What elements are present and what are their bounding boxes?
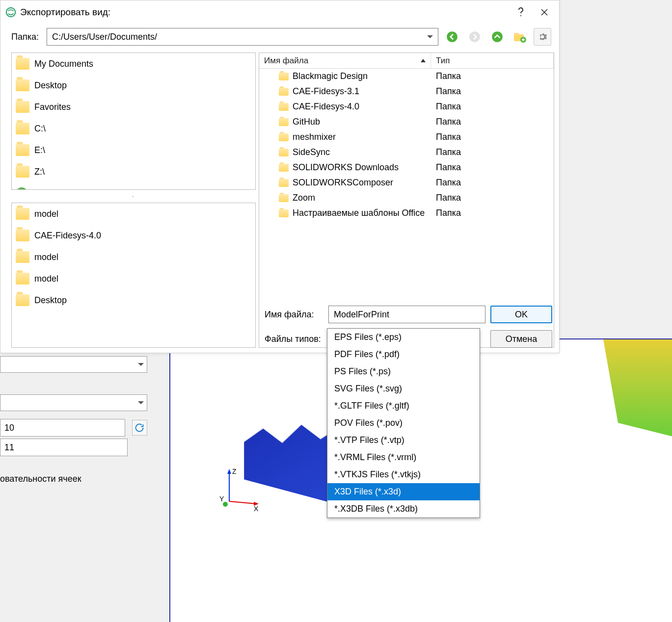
svg-text:X: X [254, 505, 259, 513]
recent-item-label: model [34, 252, 58, 262]
places-item[interactable]: E:\ [12, 139, 255, 161]
filetype-option[interactable]: *.VTKJS Files (*.vtkjs) [327, 466, 480, 483]
folder-path-input[interactable]: C:/Users/User/Documents/ [47, 28, 438, 46]
folder-icon [16, 251, 29, 263]
sort-asc-icon [421, 59, 426, 62]
file-type: Папка [431, 86, 554, 97]
filetype-dropdown[interactable]: EPS Files (*.eps)PDF Files (*.pdf)PS Fil… [327, 328, 480, 518]
folder-icon [279, 73, 289, 80]
places-pane[interactable]: My DocumentsDesktopFavoritesC:\E:\Z:\Win… [11, 52, 256, 190]
folder-icon [16, 273, 29, 285]
filetype-option[interactable]: EPS Files (*.eps) [327, 329, 480, 346]
places-item-label: My Documents [34, 59, 93, 69]
folder-icon [279, 149, 289, 156]
settings-button[interactable] [534, 28, 551, 46]
file-type: Папка [431, 117, 554, 127]
file-type: Папка [431, 162, 554, 173]
bg-spin-1[interactable] [0, 419, 125, 437]
file-name: CAE-Fidesys-4.0 [293, 102, 359, 112]
places-item-label: C:\ [34, 124, 46, 134]
network-icon [16, 187, 27, 190]
filetype-option[interactable]: *.GLTF Files (*.gltf) [327, 397, 480, 415]
places-item-label: Windows Network [32, 188, 103, 190]
svg-rect-16 [514, 33, 519, 35]
places-item[interactable]: My Documents [12, 53, 255, 75]
svg-point-12 [447, 31, 457, 42]
file-row[interactable]: meshmixerПапка [259, 130, 554, 145]
file-row[interactable]: CAE-Fidesys-3.1Папка [259, 84, 554, 99]
svg-text:Z: Z [232, 467, 237, 475]
recent-pane[interactable]: modelCAE-Fidesys-4.0modelmodelDesktop [11, 203, 256, 348]
filetype-option[interactable]: POV Files (*.pov) [327, 415, 480, 432]
file-row[interactable]: GitHubПапка [259, 114, 554, 130]
places-item[interactable]: Desktop [12, 75, 255, 96]
filetype-option[interactable]: PS Files (*.ps) [327, 363, 480, 380]
file-row[interactable]: SideSyncПапка [259, 145, 554, 160]
column-header-name-label: Имя файла [264, 56, 308, 66]
nav-up-button[interactable] [488, 28, 506, 46]
places-item[interactable]: Favorites [12, 96, 255, 118]
folder-icon [16, 79, 29, 91]
file-name: Настраиваемые шаблоны Office [293, 208, 425, 218]
recent-item-label: model [34, 209, 58, 219]
folder-label: Папка: [11, 32, 42, 42]
recent-item-label: Desktop [34, 295, 67, 306]
places-item[interactable]: C:\ [12, 118, 255, 139]
cancel-button[interactable]: Отмена [490, 330, 552, 348]
file-type: Папка [431, 132, 554, 142]
file-row[interactable]: SOLIDWORKS DownloadsПапка [259, 160, 554, 175]
svg-point-8 [6, 8, 15, 17]
folder-icon [16, 294, 29, 306]
places-item-label: Z:\ [34, 167, 45, 177]
recent-item[interactable]: model [12, 246, 255, 268]
refresh-icon[interactable] [132, 420, 147, 436]
recent-item[interactable]: Desktop [12, 289, 255, 311]
filetype-option[interactable]: PDF Files (*.pdf) [327, 346, 480, 363]
folder-icon [279, 118, 289, 126]
places-item-label: Desktop [34, 80, 67, 91]
folder-icon [279, 179, 289, 187]
app-icon [5, 7, 16, 18]
file-type: Папка [431, 147, 554, 157]
filetypes-label: Файлы типов: [265, 334, 323, 344]
splitter-handle[interactable] [119, 194, 148, 199]
folder-icon [16, 166, 29, 178]
file-row[interactable]: ZoomПапка [259, 190, 554, 206]
help-button[interactable] [509, 3, 533, 22]
svg-point-13 [469, 31, 480, 42]
places-item[interactable]: Z:\ [12, 161, 255, 182]
file-row[interactable]: CAE-Fidesys-4.0Папка [259, 99, 554, 114]
file-type: Папка [431, 71, 554, 81]
file-type: Папка [431, 178, 554, 188]
recent-item[interactable]: CAE-Fidesys-4.0 [12, 225, 255, 246]
folder-icon [16, 123, 29, 134]
file-row[interactable]: Настраиваемые шаблоны OfficeПапка [259, 206, 554, 221]
folder-icon [16, 144, 29, 156]
column-header-type[interactable]: Тип [431, 53, 554, 68]
file-type: Папка [431, 193, 554, 203]
filetype-option[interactable]: *.VTP Files (*.vtp) [327, 432, 480, 449]
ok-button[interactable]: OK [490, 306, 552, 323]
filetype-option[interactable]: *.X3DB Files (*.x3db) [327, 500, 480, 518]
bg-combobox-1[interactable] [0, 356, 147, 373]
svg-point-14 [492, 31, 503, 42]
filetype-option[interactable]: *.VRML Files (*.vrml) [327, 449, 480, 466]
nav-back-button[interactable] [443, 28, 461, 46]
places-item[interactable]: Windows Network [12, 182, 255, 190]
filename-input[interactable]: ModelForPrint [328, 306, 485, 323]
filetype-option[interactable]: X3D Files (*.x3d) [327, 483, 480, 500]
close-button[interactable] [533, 3, 556, 22]
folder-icon [279, 103, 289, 111]
filetype-option[interactable]: SVG Files (*.svg) [327, 380, 480, 397]
bg-combobox-2[interactable] [0, 394, 147, 411]
file-row[interactable]: SOLIDWORKSComposerПапка [259, 175, 554, 190]
recent-item[interactable]: model [12, 268, 255, 289]
new-folder-button[interactable] [511, 28, 529, 46]
column-header-name[interactable]: Имя файла [259, 53, 431, 68]
file-list[interactable]: Имя файла Тип Blackmagic DesignПапкаCAE-… [259, 52, 554, 348]
svg-text:Y: Y [219, 495, 224, 503]
file-row[interactable]: Blackmagic DesignПапка [259, 69, 554, 84]
recent-item[interactable]: model [12, 203, 255, 225]
bg-spin-2[interactable] [0, 439, 128, 456]
nav-forward-button[interactable] [466, 28, 484, 46]
